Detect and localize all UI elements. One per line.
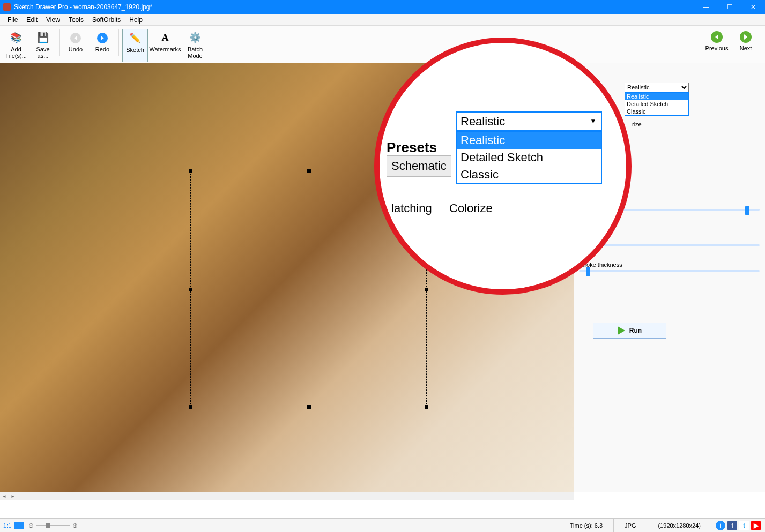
menu-tools[interactable]: Tools [64,15,88,25]
redo-label: Redo [95,46,109,53]
menu-bar: File Edit View Tools SoftOrbits Help [0,14,765,26]
status-bar: 1:1 ⊖ ⊕ Time (s): 6.3 JPG (1920x1280x24)… [0,518,765,532]
previous-icon [709,30,724,44]
save-as-label: Save as... [36,46,49,59]
undo-button[interactable]: Undo [63,29,88,62]
tab-colorize-cut[interactable]: rize [632,121,642,128]
preset-select-zoom[interactable]: Realistic [456,111,602,131]
next-button[interactable]: Next [733,28,759,61]
sketch-button[interactable]: ✏️ Sketch [122,29,148,62]
handle-bottom-left[interactable] [189,405,192,409]
save-icon: 💾 [35,31,50,45]
status-format: JPG [613,519,647,533]
title-bar: Sketch Drawer Pro - woman-2003647_1920.j… [0,0,765,14]
option-classic-zoom[interactable]: Classic [457,166,601,183]
close-button[interactable]: ✕ [741,0,765,14]
minimize-button[interactable]: — [694,0,718,14]
fit-to-window-icon[interactable] [14,522,24,529]
batch-mode-label: Batch Mode [188,46,203,59]
watermarks-label: Watermarks [150,46,181,53]
undo-icon [68,31,83,45]
menu-view[interactable]: View [42,15,64,25]
handle-top-left[interactable] [189,169,192,173]
zoom-ratio[interactable]: 1:1 [0,522,14,529]
separator [59,29,60,56]
watermarks-button[interactable]: A Watermarks [149,29,181,62]
previous-label: Previous [705,45,729,51]
handle-mid-right[interactable] [425,288,428,291]
run-arrow-icon [618,326,625,335]
add-files-button[interactable]: 📚 Add File(s)... [3,29,29,62]
stroke-thickness-label: Stroke thickness [579,261,760,268]
separator [118,29,119,56]
add-files-label: Add File(s)... [5,46,27,59]
undo-label: Undo [69,46,83,53]
app-icon [3,3,11,11]
status-dimensions: (1920x1280x24) [647,519,711,533]
maximize-button[interactable]: ☐ [718,0,741,14]
zoom-in-icon[interactable]: ⊕ [72,522,78,529]
preset-dropdown-list[interactable]: Realistic Detailed Sketch Classic [625,92,689,116]
menu-file[interactable]: File [3,15,22,25]
handle-bottom-right[interactable] [425,405,428,409]
preset-option-realistic[interactable]: Realistic [625,93,688,100]
batch-mode-button[interactable]: ⚙️ Batch Mode [182,29,208,62]
redo-button[interactable]: Redo [90,29,115,62]
menu-help[interactable]: Help [125,15,147,25]
tab-colorize-zoom[interactable]: Colorize [449,201,493,215]
facebook-icon[interactable]: f [727,521,737,530]
horizontal-scrollbar[interactable] [0,492,574,500]
youtube-icon[interactable]: ▶ [751,521,761,530]
sketch-icon: ✏️ [128,32,143,46]
menu-softorbits[interactable]: SoftOrbits [88,15,125,25]
next-label: Next [740,45,752,51]
watermarks-icon: A [158,31,173,45]
slider-track-length[interactable] [579,244,760,246]
slider-thumb-1[interactable] [745,206,749,215]
status-time: Time (s): 6.3 [559,519,613,533]
slider-track-thickness[interactable] [579,270,760,272]
tab-hatching-cut[interactable]: latching [391,201,432,215]
handle-top-mid[interactable] [307,169,311,173]
redo-icon [95,31,110,45]
option-detailed-zoom[interactable]: Detailed Sketch [457,149,601,166]
menu-edit[interactable]: Edit [22,15,42,25]
next-icon [738,30,753,44]
zoom-thumb[interactable] [46,523,50,528]
save-as-button[interactable]: 💾 Save as... [30,29,56,62]
option-realistic-zoom[interactable]: Realistic [457,132,601,149]
gear-icon: ⚙️ [188,31,203,45]
info-icon[interactable]: i [716,521,725,530]
annotation-callout: Presets Schematic Realistic Realistic De… [374,38,632,295]
preset-list-zoom[interactable]: Realistic Detailed Sketch Classic [456,131,602,184]
handle-mid-left[interactable] [189,288,192,291]
window-title: Sketch Drawer Pro - woman-2003647_1920.j… [14,3,152,11]
preset-value-zoom: Realistic [457,113,585,130]
zoom-out-icon[interactable]: ⊖ [28,522,34,529]
handle-bottom-mid[interactable] [307,405,311,409]
preset-option-classic[interactable]: Classic [625,108,688,115]
run-label: Run [629,327,642,334]
chevron-down-icon[interactable] [585,113,601,130]
add-files-icon: 📚 [9,31,24,45]
ribbon-toolbar: 📚 Add File(s)... 💾 Save as... Undo Redo … [0,26,765,63]
twitter-icon[interactable]: t [739,521,749,530]
stroke-length-label: Length [590,236,760,242]
sketch-label: Sketch [126,47,144,53]
schematic-button[interactable]: Schematic [387,155,451,177]
presets-heading: Presets [387,139,437,156]
run-button[interactable]: Run [593,323,666,339]
preset-option-detailed[interactable]: Detailed Sketch [625,100,688,108]
preset-select[interactable]: Realistic [625,83,689,92]
zoom-slider[interactable]: ⊖ ⊕ [28,522,78,529]
previous-button[interactable]: Previous [704,28,730,61]
slider-thumb-thickness[interactable] [586,267,590,276]
